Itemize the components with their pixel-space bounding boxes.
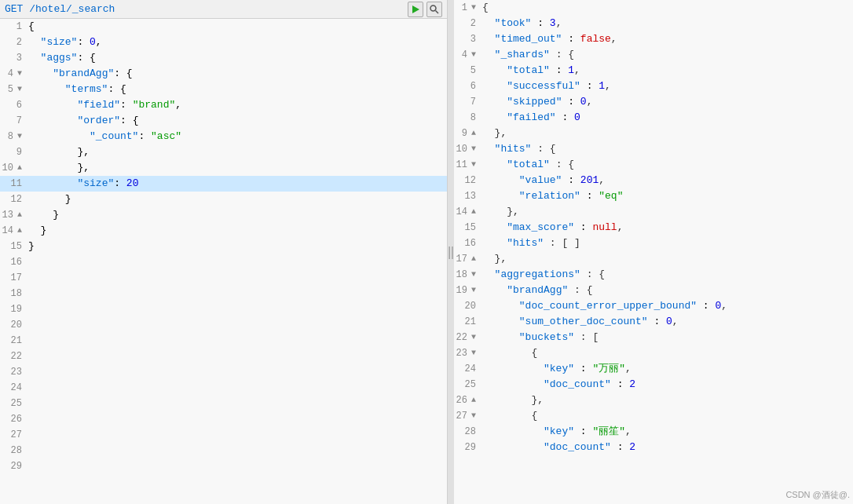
fold-arrow[interactable]: ▲ (468, 204, 476, 220)
fold-arrow[interactable]: ▲ (14, 223, 22, 239)
line-number: 12 (454, 173, 479, 188)
line-number: 25 (0, 396, 25, 411)
fold-arrow[interactable]: ▲ (468, 126, 476, 141)
left-line-27: 27 (0, 427, 447, 443)
line-number: 2 (0, 35, 25, 50)
left-line-2: 2 "size": 0, (0, 35, 447, 50)
right-line-14: 14▲ }, (454, 204, 853, 220)
fold-arrow[interactable]: ▼ (468, 345, 476, 361)
right-line-13: 13 "relation" : "eq" (454, 188, 853, 204)
fold-arrow[interactable]: ▲ (468, 251, 476, 267)
line-content: }, (25, 160, 447, 176)
fold-arrow[interactable]: ▼ (468, 157, 476, 173)
right-line-10: 10▼ "hits" : { (454, 141, 853, 157)
line-number: 11 (0, 176, 25, 192)
line-content: "brandAgg" : { (479, 283, 853, 298)
left-line-25: 25 (0, 396, 447, 411)
line-number: 23▼ (454, 345, 479, 361)
line-number: 18 (0, 286, 25, 301)
line-number: 2 (454, 16, 479, 31)
line-number: 3 (0, 50, 25, 66)
fold-arrow[interactable]: ▼ (14, 66, 22, 82)
line-number: 7 (0, 113, 25, 129)
panel-divider[interactable]: ‖ (448, 0, 454, 504)
left-line-24: 24 (0, 380, 447, 396)
line-number: 4▼ (454, 47, 479, 63)
left-line-13: 13▲ } (0, 207, 447, 223)
run-button[interactable] (408, 2, 423, 17)
line-number: 24 (454, 361, 479, 377)
left-line-20: 20 (0, 317, 447, 333)
left-line-8: 8▼ "_count": "asc" (0, 129, 447, 144)
line-number: 3 (454, 31, 479, 47)
fold-arrow[interactable]: ▼ (468, 283, 476, 298)
svg-line-2 (436, 10, 439, 13)
header-icons (408, 2, 442, 17)
line-number: 29 (0, 458, 25, 474)
left-line-23: 23 (0, 364, 447, 380)
search-button[interactable] (426, 2, 442, 17)
line-number: 5▼ (0, 82, 25, 97)
line-number: 1 (0, 19, 25, 35)
line-number: 13▲ (0, 207, 25, 223)
request-title: GET /hotel/_search (5, 3, 115, 15)
line-content: "_shards" : { (479, 47, 853, 63)
line-content: "sum_other_doc_count" : 0, (479, 314, 853, 330)
left-line-15: 15} (0, 239, 447, 254)
line-content: }, (479, 251, 853, 267)
right-line-12: 12 "value" : 201, (454, 173, 853, 188)
left-line-7: 7 "order": { (0, 113, 447, 129)
right-line-26: 26▲ }, (454, 393, 853, 408)
line-number: 6 (0, 97, 25, 113)
line-content: "value" : 201, (479, 173, 853, 188)
fold-arrow[interactable]: ▼ (468, 141, 476, 157)
line-content: }, (479, 126, 853, 141)
fold-arrow[interactable]: ▲ (14, 207, 22, 223)
fold-arrow[interactable]: ▼ (468, 47, 476, 63)
left-line-17: 17 (0, 270, 447, 286)
fold-arrow[interactable]: ▼ (468, 408, 476, 424)
fold-arrow[interactable]: ▼ (14, 129, 22, 144)
line-number: 5 (454, 63, 479, 79)
line-content: "key" : "万丽", (479, 361, 853, 377)
watermark: CSDN @酒徒@. (785, 489, 850, 501)
line-number: 7 (454, 94, 479, 110)
left-code-area: 1{2 "size": 0,3 "aggs": {4▼ "brandAgg": … (0, 19, 447, 504)
fold-arrow[interactable]: ▼ (14, 82, 22, 97)
left-line-5: 5▼ "terms": { (0, 82, 447, 97)
left-line-16: 16 (0, 254, 447, 270)
left-line-1: 1{ (0, 19, 447, 35)
line-content: } (25, 192, 447, 207)
line-number: 8 (454, 110, 479, 126)
fold-arrow[interactable]: ▼ (468, 0, 476, 16)
right-line-17: 17▲ }, (454, 251, 853, 267)
line-number: 14▲ (454, 204, 479, 220)
left-line-29: 29 (0, 458, 447, 474)
right-line-16: 16 "hits" : [ ] (454, 236, 853, 251)
right-line-15: 15 "max_score" : null, (454, 220, 853, 236)
line-content: "order": { (25, 113, 447, 129)
line-content: "skipped" : 0, (479, 94, 853, 110)
line-number: 27▼ (454, 408, 479, 424)
line-content: } (25, 239, 447, 254)
line-content: "total" : 1, (479, 63, 853, 79)
left-line-22: 22 (0, 349, 447, 364)
line-number: 28 (0, 443, 25, 458)
line-content: "took" : 3, (479, 16, 853, 31)
line-content: "buckets" : [ (479, 330, 853, 345)
left-line-9: 9 }, (0, 144, 447, 160)
svg-marker-0 (412, 5, 419, 13)
line-number: 10▼ (454, 141, 479, 157)
fold-arrow[interactable]: ▲ (14, 160, 22, 176)
line-content: } (25, 223, 447, 239)
line-number: 15 (454, 220, 479, 236)
left-panel-header: GET /hotel/_search (0, 0, 447, 19)
line-number: 9▲ (454, 126, 479, 141)
fold-arrow[interactable]: ▼ (468, 267, 476, 283)
line-content: "successful" : 1, (479, 79, 853, 94)
line-number: 16 (0, 254, 25, 270)
line-number: 21 (454, 314, 479, 330)
line-content: { (479, 345, 853, 361)
fold-arrow[interactable]: ▼ (468, 330, 476, 345)
fold-arrow[interactable]: ▲ (468, 393, 476, 408)
